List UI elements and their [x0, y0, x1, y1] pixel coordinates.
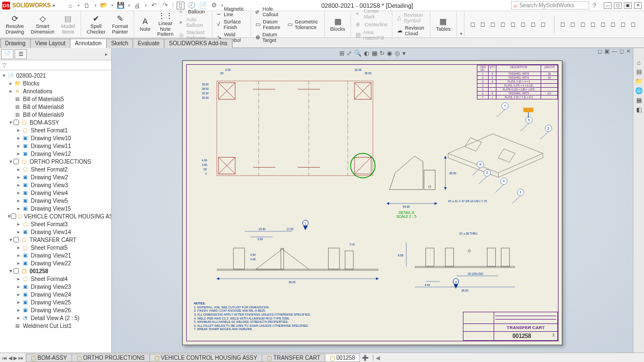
- tool-icon[interactable]: ◻: [600, 21, 608, 28]
- home-icon[interactable]: ⌂: [67, 2, 74, 9]
- print-icon[interactable]: 🖨: [134, 2, 141, 9]
- appearances-icon[interactable]: ◧: [636, 106, 642, 113]
- tree-node[interactable]: ▦Weldment Cut List1: [0, 322, 111, 330]
- tables-button[interactable]: ▦Tables: [434, 16, 453, 34]
- tree-node[interactable]: ▸▣Drawing View15: [0, 204, 111, 212]
- help-icon[interactable]: ?: [593, 2, 596, 9]
- tree-node[interactable]: ▾▢VEHICLE CONTROL HOUSING ASS: [0, 212, 111, 220]
- mdi-min-icon[interactable]: ◻: [598, 48, 602, 54]
- graphics-area[interactable]: ◻ ▣ — ◻ ✕ ⊞ ⤢ 🔍 ◐ ▦ ↻ ◉ ◎ ▾ ITEM NO.QTY.…: [112, 48, 633, 353]
- tool-icon[interactable]: ◻: [531, 21, 538, 28]
- sheet-tab-vehicle-control-housing-assy[interactable]: ▢VEHICLE CONTROL HOUSING ASSY: [149, 354, 262, 362]
- close-button[interactable]: ✕: [634, 2, 642, 9]
- tree-node[interactable]: ▸▣Drawing View2: [0, 173, 111, 181]
- mdi-max2-icon[interactable]: ◻: [619, 48, 624, 54]
- tool-icon[interactable]: ◻: [470, 21, 478, 28]
- tree-node[interactable]: ▸▣Drawing View25: [0, 298, 111, 306]
- tree-node[interactable]: ▦Bill of Materials5: [0, 95, 111, 103]
- note-button[interactable]: ANote: [138, 16, 153, 34]
- new-icon[interactable]: 🗋: [83, 2, 91, 9]
- tab-annotation[interactable]: Annotation: [70, 39, 107, 48]
- sheet-tab-bom-assy[interactable]: ▢BOM-ASSY: [26, 354, 72, 362]
- tree-node[interactable]: ▸▢Sheet Format4: [0, 275, 111, 283]
- tab-sketch[interactable]: Sketch: [106, 39, 134, 48]
- open-icon[interactable]: 📂: [100, 2, 108, 9]
- tool-icon[interactable]: ◻: [590, 21, 598, 28]
- tree-node[interactable]: ▸▢Sheet Format3: [0, 220, 111, 228]
- datum-feature-button[interactable]: ▭Datum Feature: [254, 18, 283, 31]
- smart-dimension-button[interactable]: ◇Smart Dimension: [29, 13, 57, 36]
- tool-icon[interactable]: ◻: [631, 21, 638, 28]
- feature-tree[interactable]: ▾📄 02800-2021 ▸📁Blocks▸AAnnotations▦Bill…: [0, 70, 111, 353]
- minimize-button[interactable]: —: [604, 2, 612, 9]
- sheet-tab-001258[interactable]: ▢001258: [325, 354, 360, 362]
- zoom-area-icon[interactable]: 🔍: [354, 50, 362, 57]
- magnetic-line-button[interactable]: ⎯Magnetic Line: [216, 6, 248, 18]
- zoom-fit-icon[interactable]: ⤢: [347, 50, 352, 57]
- last-sheet-icon[interactable]: ⏭: [18, 355, 23, 361]
- view-tool-icon[interactable]: ⊞: [339, 50, 344, 57]
- format-painter-button[interactable]: ✎Format Painter: [110, 13, 131, 36]
- tree-node[interactable]: ▸▣Drawing View10: [0, 134, 111, 142]
- tree-node[interactable]: ▾▢BOM-ASSY: [0, 118, 111, 126]
- tree-node[interactable]: ▸▣Drawing View12: [0, 150, 111, 158]
- mdi-close-icon[interactable]: ✕: [626, 48, 631, 54]
- surface-finish-button[interactable]: √Surface Finish: [216, 18, 248, 31]
- tool-icon[interactable]: ◻: [490, 21, 498, 28]
- linear-note-pattern-button[interactable]: ⋮⋮Linear Note Pattern: [155, 10, 176, 39]
- tree-node[interactable]: ▸▣Drawing View26: [0, 306, 111, 314]
- filter-bar[interactable]: ▽: [0, 60, 111, 70]
- home-rail-icon[interactable]: ⌂: [637, 59, 641, 66]
- tree-node[interactable]: ▸▢Sheet Format5: [0, 244, 111, 251]
- file-explorer-icon[interactable]: 🌐: [635, 87, 643, 94]
- geometric-tolerance-button[interactable]: ▭Geometric Tolerance: [286, 18, 321, 31]
- tree-node[interactable]: ▸◔Detail View A (2 : 5): [0, 314, 111, 322]
- spell-checker-button[interactable]: ✔Spell Checker: [84, 13, 108, 36]
- tree-node[interactable]: ▸▣Drawing View14: [0, 228, 111, 236]
- tab-evaluate[interactable]: Evaluate: [132, 39, 164, 48]
- tree-node[interactable]: ▸▣Drawing View5: [0, 197, 111, 204]
- mdi-restore-icon[interactable]: —: [612, 48, 617, 54]
- tree-node[interactable]: ▸AAnnotations: [0, 87, 111, 95]
- tool-icon[interactable]: ◻: [510, 21, 518, 28]
- blocks-button[interactable]: ▦Blocks: [328, 16, 348, 34]
- revision-cloud-button[interactable]: ☁Revision Cloud: [396, 25, 427, 37]
- hide-show-icon[interactable]: ◎: [395, 50, 400, 57]
- resolve-drawing-button[interactable]: ⟳Resolve Drawing: [3, 13, 26, 36]
- appearance-icon[interactable]: ▾: [402, 50, 406, 57]
- tree-node[interactable]: ▾▢ORTHO PROJECTIONS: [0, 158, 111, 165]
- restore-button[interactable]: ◻: [614, 2, 622, 9]
- tree-node[interactable]: ▸▣Drawing View21: [0, 251, 111, 259]
- search-box[interactable]: ⌕ Search MySolidWorks: [511, 1, 589, 9]
- design-lib-icon[interactable]: 📁: [635, 78, 643, 85]
- tree-node[interactable]: ▸▢Sheet Format1: [0, 126, 111, 134]
- tab-drawing[interactable]: Drawing: [0, 39, 31, 48]
- tool-icon[interactable]: ◻: [610, 21, 618, 28]
- feature-tree-tab[interactable]: 📄: [1, 49, 13, 59]
- tab-solidworks-add-ins[interactable]: SOLIDWORKS Add-Ins: [164, 39, 232, 48]
- add-sheet-icon[interactable]: ➕: [359, 355, 371, 361]
- tool-icon[interactable]: ◻: [500, 21, 508, 28]
- tree-node[interactable]: ▸📁Blocks: [0, 79, 111, 87]
- tool-icon[interactable]: ◻: [570, 21, 578, 28]
- sheet-tab-ortho-projections[interactable]: ▢ORTHO PROJECTIONS: [72, 354, 150, 362]
- property-tab[interactable]: ☰: [15, 49, 27, 59]
- balloon-button[interactable]: ○Balloon: [178, 8, 209, 16]
- rotate-icon[interactable]: ↻: [380, 50, 385, 57]
- next-sheet-icon[interactable]: ▶: [13, 355, 17, 361]
- tree-node[interactable]: ▾▢TRANSFER CART: [0, 236, 111, 244]
- prev-sheet-icon[interactable]: ◀: [8, 355, 12, 361]
- tree-node[interactable]: ▸▣Drawing View23: [0, 283, 111, 290]
- tree-node[interactable]: ▸▢Sheet Format2: [0, 165, 111, 173]
- drawing-sheet[interactable]: ITEM NO.QTY.DESCRIPTIONLENGTH15TRSSHRG, …: [182, 60, 562, 345]
- sheet-tab-transfer-cart[interactable]: ▢TRANSFER CART: [262, 354, 325, 362]
- tree-node[interactable]: ▦Bill of Materials9: [0, 111, 111, 118]
- tree-node[interactable]: ▸▣Drawing View4: [0, 189, 111, 197]
- tree-node[interactable]: ▸▣Drawing View3: [0, 181, 111, 189]
- tree-node[interactable]: ▾▢001258: [0, 267, 111, 275]
- first-sheet-icon[interactable]: ⏮: [2, 355, 7, 361]
- prev-view-icon[interactable]: ◐: [364, 50, 370, 57]
- tool-icon[interactable]: ◻: [560, 21, 568, 28]
- save-icon[interactable]: 💾: [117, 2, 125, 9]
- tree-node[interactable]: ▸▣Drawing View11: [0, 142, 111, 150]
